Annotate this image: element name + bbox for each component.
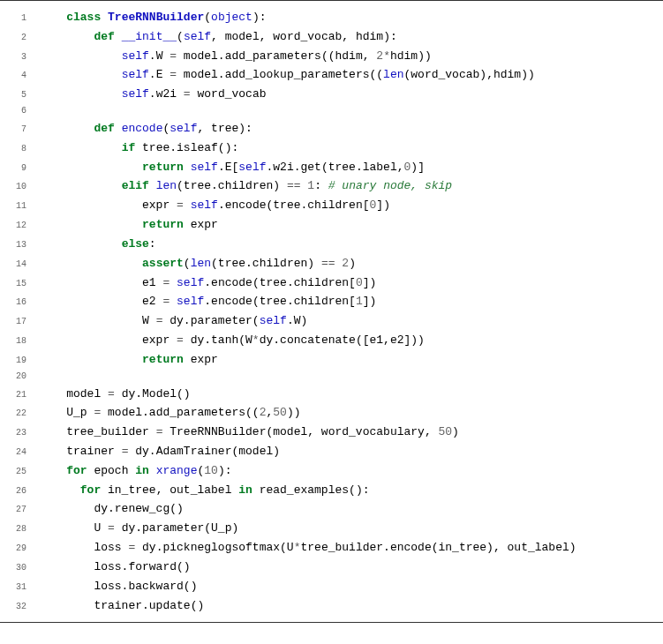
code-line: 22 U_p = model.add_parameters((2,50))	[0, 403, 663, 423]
code-content: W = dy.parameter(self.W)	[39, 311, 663, 331]
code-line: 13 else:	[0, 235, 663, 254]
code-line: 7 def encode(self, tree):	[0, 119, 663, 139]
code-line: 18 expr = dy.tanh(W*dy.concatenate([e1,e…	[0, 331, 663, 350]
code-content: return expr	[39, 350, 663, 370]
line-number: 11	[0, 199, 39, 214]
line-number: 21	[0, 388, 39, 403]
code-content: else:	[39, 235, 663, 254]
line-number: 27	[0, 503, 39, 518]
code-line: 26 for in_tree, out_label in read_exampl…	[0, 481, 663, 500]
line-number: 25	[0, 465, 39, 480]
code-content: e2 = self.encode(tree.children[1])	[39, 292, 663, 311]
code-line: 8 if tree.isleaf():	[0, 139, 663, 158]
line-number: 29	[0, 542, 39, 557]
code-content: expr = dy.tanh(W*dy.concatenate([e1,e2])…	[39, 331, 663, 350]
line-number: 22	[0, 407, 39, 422]
code-content: return self.E[self.w2i.get(tree.label,0)…	[39, 158, 663, 177]
line-number: 15	[0, 277, 39, 292]
line-number: 2	[0, 31, 39, 46]
code-line: 14 assert(len(tree.children) == 2)	[0, 254, 663, 273]
line-number: 12	[0, 219, 39, 234]
code-content: return expr	[39, 215, 663, 235]
code-line: 5 self.w2i = word_vocab	[0, 85, 663, 104]
line-number: 23	[0, 426, 39, 441]
code-line: 10 elif len(tree.children) == 1: # unary…	[0, 176, 663, 196]
code-line: 6	[0, 104, 663, 119]
code-content: self.E = model.add_lookup_parameters((le…	[39, 65, 663, 85]
line-number: 18	[0, 334, 39, 349]
code-content: for epoch in xrange(10):	[39, 461, 663, 481]
line-number: 10	[0, 180, 39, 195]
code-line: 30 loss.forward()	[0, 558, 663, 577]
code-line: 4 self.E = model.add_lookup_parameters((…	[0, 65, 663, 85]
line-number: 16	[0, 296, 39, 311]
code-content: loss.forward()	[39, 558, 663, 577]
code-line: 23 tree_builder = TreeRNNBuilder(model, …	[0, 423, 663, 442]
code-line: 21 model = dy.Model()	[0, 385, 663, 404]
line-number: 9	[0, 161, 39, 176]
code-content: self.W = model.add_parameters((hdim, 2*h…	[39, 47, 663, 66]
line-number: 28	[0, 522, 39, 537]
line-number: 20	[0, 370, 39, 385]
code-content: loss.backward()	[39, 577, 663, 596]
code-line: 29 loss = dy.pickneglogsoftmax(U*tree_bu…	[0, 538, 663, 558]
line-number: 5	[0, 88, 39, 103]
code-content: elif len(tree.children) == 1: # unary no…	[39, 176, 663, 196]
code-line: 3 self.W = model.add_parameters((hdim, 2…	[0, 47, 663, 66]
code-line: 16 e2 = self.encode(tree.children[1])	[0, 292, 663, 311]
code-line: 12 return expr	[0, 215, 663, 235]
line-number: 31	[0, 580, 39, 595]
code-content: expr = self.encode(tree.children[0])	[39, 196, 663, 215]
code-content: tree_builder = TreeRNNBuilder(model, wor…	[39, 423, 663, 442]
code-content: self.w2i = word_vocab	[39, 85, 663, 104]
code-line: 25 for epoch in xrange(10):	[0, 461, 663, 481]
line-number: 19	[0, 354, 39, 369]
line-number: 3	[0, 50, 39, 65]
code-content: if tree.isleaf():	[39, 139, 663, 158]
code-line: 27 dy.renew_cg()	[0, 499, 663, 519]
code-content: def __init__(self, model, word_vocab, hd…	[39, 27, 663, 47]
line-number: 13	[0, 238, 39, 253]
code-line: 19 return expr	[0, 350, 663, 370]
line-number: 17	[0, 315, 39, 330]
line-number: 6	[0, 104, 39, 119]
code-content: model = dy.Model()	[39, 385, 663, 404]
code-content: loss = dy.pickneglogsoftmax(U*tree_build…	[39, 538, 663, 558]
code-content: e1 = self.encode(tree.children[0])	[39, 273, 663, 293]
code-line: 24 trainer = dy.AdamTrainer(model)	[0, 442, 663, 461]
code-content: def encode(self, tree):	[39, 119, 663, 139]
line-number: 7	[0, 123, 39, 138]
code-line: 11 expr = self.encode(tree.children[0])	[0, 196, 663, 215]
code-line: 2 def __init__(self, model, word_vocab, …	[0, 27, 663, 47]
code-content: assert(len(tree.children) == 2)	[39, 254, 663, 273]
code-content: U_p = model.add_parameters((2,50))	[39, 403, 663, 423]
line-number: 26	[0, 484, 39, 499]
code-content: for in_tree, out_label in read_examples(…	[39, 481, 663, 500]
code-line: 32 trainer.update()	[0, 596, 663, 616]
code-content: trainer = dy.AdamTrainer(model)	[39, 442, 663, 461]
code-line: 28 U = dy.parameter(U_p)	[0, 519, 663, 538]
code-line: 17 W = dy.parameter(self.W)	[0, 311, 663, 331]
code-content: U = dy.parameter(U_p)	[39, 519, 663, 538]
code-content: class TreeRNNBuilder(object):	[39, 8, 663, 27]
code-content: trainer.update()	[39, 596, 663, 616]
code-line: 9 return self.E[self.w2i.get(tree.label,…	[0, 158, 663, 177]
code-block: 1 class TreeRNNBuilder(object):2 def __i…	[0, 0, 663, 623]
line-number: 1	[0, 11, 39, 26]
code-line: 20	[0, 370, 663, 385]
line-number: 14	[0, 258, 39, 273]
line-number: 4	[0, 69, 39, 84]
line-number: 30	[0, 561, 39, 576]
code-line: 15 e1 = self.encode(tree.children[0])	[0, 273, 663, 293]
line-number: 32	[0, 600, 39, 615]
line-number: 24	[0, 446, 39, 461]
code-line: 31 loss.backward()	[0, 577, 663, 596]
code-line: 1 class TreeRNNBuilder(object):	[0, 8, 663, 27]
code-content: dy.renew_cg()	[39, 499, 663, 519]
line-number: 8	[0, 142, 39, 157]
